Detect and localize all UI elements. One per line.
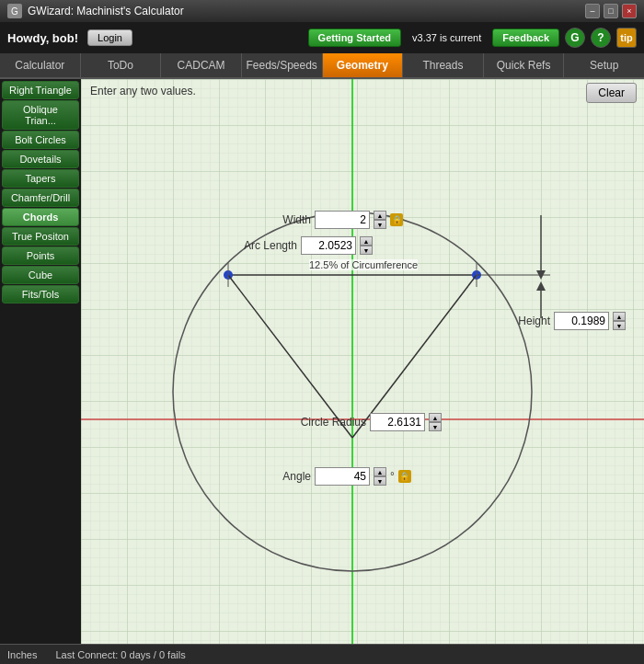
window-controls: – □ ×	[585, 4, 637, 18]
sidebar-item-right-triangle[interactable]: Right Triangle	[2, 81, 79, 99]
tab-feeds-speeds[interactable]: Feeds/Speeds	[242, 53, 323, 77]
angle-input[interactable]	[315, 467, 370, 486]
circle-radius-spinner[interactable]: ▲ ▼	[429, 413, 442, 431]
units-text: Inches	[7, 649, 37, 660]
tab-setup[interactable]: Setup	[564, 53, 644, 77]
sidebar-item-cube[interactable]: Cube	[2, 266, 79, 284]
arc-length-up-button[interactable]: ▲	[360, 236, 373, 246]
instruction-text: Enter any two values.	[90, 85, 196, 97]
angle-spinner[interactable]: ▲ ▼	[374, 467, 386, 486]
width-input-group: Width ▲ ▼ 🔒	[256, 211, 403, 229]
height-label: Height	[495, 315, 550, 327]
circle-radius-label: Circle Radius	[293, 416, 366, 429]
angle-up-button[interactable]: ▲	[374, 467, 386, 476]
connection-text: Last Connect: 0 days / 0 fails	[55, 649, 185, 660]
circumference-text: 12.5% of Circumference	[309, 259, 418, 270]
tab-geometry[interactable]: Geometry	[323, 53, 404, 77]
tab-todo[interactable]: ToDo	[81, 53, 162, 77]
circle-radius-input-group: Circle Radius ▲ ▼	[293, 413, 442, 431]
titlebar: G GWizard: Machinist's Calculator – □ ×	[0, 0, 644, 22]
angle-label: Angle	[256, 470, 311, 483]
sidebar: Right Triangle Oblique Trian... Bolt Cir…	[0, 79, 81, 644]
login-button[interactable]: Login	[87, 29, 132, 46]
gwizard-icon[interactable]: G	[565, 28, 585, 48]
greeting-text: Howdy, bob!	[7, 31, 78, 45]
close-button[interactable]: ×	[622, 4, 637, 18]
header: Howdy, bob! Login Getting Started v3.37 …	[0, 22, 644, 53]
height-down-button[interactable]: ▼	[613, 321, 626, 330]
height-up-button[interactable]: ▲	[613, 312, 626, 321]
width-label: Width	[256, 213, 311, 226]
tip-icon[interactable]: tip	[616, 28, 637, 48]
tab-threads[interactable]: Threads	[403, 53, 484, 77]
tab-quick-refs[interactable]: Quick Refs	[484, 53, 565, 77]
circle-radius-input[interactable]	[370, 413, 425, 431]
width-up-button[interactable]: ▲	[374, 211, 386, 220]
sidebar-item-dovetails[interactable]: Dovetails	[2, 150, 79, 168]
width-lock-icon[interactable]: 🔒	[390, 213, 403, 226]
nav-tabs: Calculator ToDo CADCAM Feeds/Speeds Geom…	[0, 53, 644, 79]
arc-length-spinner[interactable]: ▲ ▼	[360, 236, 373, 255]
clear-button[interactable]: Clear	[586, 83, 637, 103]
sidebar-item-chords[interactable]: Chords	[2, 208, 79, 226]
angle-input-group: Angle ▲ ▼ ° 🔒	[256, 467, 411, 486]
circle-radius-down-button[interactable]: ▼	[429, 422, 442, 431]
minimize-button[interactable]: –	[585, 4, 600, 18]
status-bar: Inches Last Connect: 0 days / 0 fails	[0, 644, 644, 664]
height-input[interactable]	[554, 312, 609, 330]
feedback-button[interactable]: Feedback	[492, 29, 559, 47]
arc-length-label: Arc Length	[242, 239, 297, 252]
window-title: GWizard: Machinist's Calculator	[28, 5, 585, 17]
width-input[interactable]	[315, 211, 370, 229]
svg-rect-2	[81, 79, 644, 644]
width-spinner[interactable]: ▲ ▼	[374, 211, 386, 229]
sidebar-item-oblique-triangle[interactable]: Oblique Trian...	[2, 100, 79, 130]
arc-length-input-group: Arc Length ▲ ▼	[242, 236, 373, 255]
sidebar-item-chamfer-drill[interactable]: Chamfer/Drill	[2, 189, 79, 207]
circle-radius-up-button[interactable]: ▲	[429, 413, 442, 422]
sidebar-item-true-position[interactable]: True Positon	[2, 227, 79, 246]
height-input-group: Height ▲ ▼	[495, 312, 626, 330]
app-icon: G	[7, 4, 22, 18]
sidebar-item-tapers[interactable]: Tapers	[2, 169, 79, 188]
angle-down-button[interactable]: ▼	[374, 476, 386, 486]
sidebar-item-fits-tols[interactable]: Fits/Tols	[2, 285, 79, 303]
sidebar-item-points[interactable]: Points	[2, 246, 79, 265]
diagram-canvas	[81, 79, 644, 644]
help-icon[interactable]: ?	[591, 28, 611, 48]
arc-length-input[interactable]	[301, 236, 356, 255]
height-spinner[interactable]: ▲ ▼	[613, 312, 626, 330]
getting-started-button[interactable]: Getting Started	[308, 29, 401, 47]
tab-calculator[interactable]: Calculator	[0, 53, 81, 77]
angle-lock-icon[interactable]: 🔒	[398, 470, 411, 483]
canvas-area: Enter any two values. Clear Width ▲ ▼ 🔒 …	[81, 79, 644, 644]
degree-symbol: °	[390, 470, 395, 483]
tab-cadcam[interactable]: CADCAM	[161, 53, 242, 77]
maximize-button[interactable]: □	[604, 4, 618, 18]
width-down-button[interactable]: ▼	[374, 220, 386, 229]
main-area: Right Triangle Oblique Trian... Bolt Cir…	[0, 79, 644, 644]
version-text: v3.37 is current	[412, 32, 481, 43]
arc-length-down-button[interactable]: ▼	[360, 246, 373, 255]
sidebar-item-bolt-circles[interactable]: Bolt Circles	[2, 131, 79, 149]
